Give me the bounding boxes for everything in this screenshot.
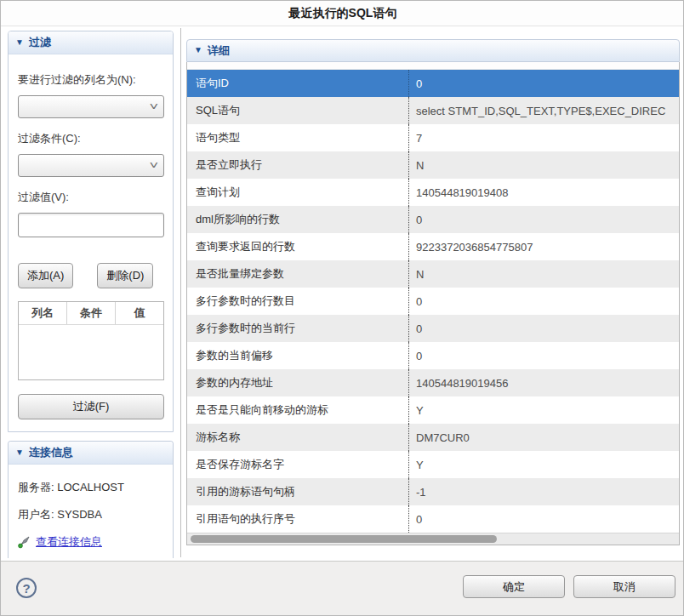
filter-criteria-table-body[interactable] [19,325,163,379]
detail-row-value: Y [409,451,679,478]
detail-row-value: 0 [409,206,679,233]
detail-row[interactable]: 多行参数时的行数目0 [187,288,679,315]
connection-panel-body: 服务器: LOCALHOST 用户名: SYSDBA 查看连接信息 [9,465,173,558]
add-button[interactable]: 添加(A) [18,263,73,288]
detail-row-label: 多行参数时的行数目 [187,288,409,315]
collapse-triangle-icon: ▼ [15,37,24,47]
collapse-triangle-icon: ▼ [15,448,24,457]
detail-row[interactable]: 查询要求返回的行数9223372036854775807 [187,233,679,260]
detail-row-value: 140544819019408 [409,179,679,206]
detail-row[interactable]: 参数的内存地址140544819019456 [187,369,679,396]
filter-value-label: 过滤值(V): [18,190,163,205]
detail-row[interactable]: 是否保存游标名字Y [187,451,679,478]
dialog-title: 最近执行的SQL语句 [1,1,684,26]
filter-panel-body: 要进行过滤的列名为(N): ˅ 过滤条件(C): ˅ 过滤值(V): 添加(A)… [9,54,173,431]
detail-row-value: 0 [409,288,679,315]
detail-row-label: 游标名称 [187,424,409,451]
detail-row-value: -1 [409,478,679,505]
detail-row[interactable]: 游标名称DM7CUR0 [187,424,679,451]
detail-area: ▼ 详细 语句ID0SQL语句select STMT_ID,SQL_TEXT,T… [186,39,680,545]
cancel-button[interactable]: 取消 [573,575,675,598]
detail-row[interactable]: dml所影响的行数0 [187,206,679,233]
detail-row-value: 140544819019456 [409,369,679,396]
detail-panel-title: 详细 [208,43,230,59]
filter-criteria-table[interactable]: 列名 条件 值 [18,301,164,380]
view-connection-row: 查看连接信息 [18,534,163,550]
detail-row-label: 是否保存游标名字 [187,451,409,478]
detail-row-label: 语句ID [187,70,409,97]
detail-row[interactable]: SQL语句select STMT_ID,SQL_TEXT,TYPE$,EXEC_… [187,97,679,124]
server-info: 服务器: LOCALHOST [18,480,163,495]
column-name-header: 列名 [19,302,67,324]
detail-panel: ▼ 详细 语句ID0SQL语句select STMT_ID,SQL_TEXT,T… [186,39,680,545]
value-header: 值 [116,302,163,324]
connection-panel-header[interactable]: ▼ 连接信息 [9,442,173,465]
detail-row-value: DM7CUR0 [409,424,679,451]
detail-row-label: 是否立即执行 [187,151,409,179]
filter-add-delete-row: 添加(A) 删除(D) [18,263,163,288]
detail-row[interactable]: 是否是只能向前移动的游标Y [187,396,679,424]
connection-panel: ▼ 连接信息 服务器: LOCALHOST 用户名: SYSDBA 查看连接信息 [8,441,174,558]
detail-row-value: select STMT_ID,SQL_TEXT,TYPE$,EXEC_DIREC [409,97,679,124]
collapse-triangle-icon: ▼ [194,45,202,54]
detail-row-value: Y [409,396,679,424]
filter-column-select[interactable]: ˅ [18,95,164,118]
connection-icon [18,535,31,549]
detail-row-label: 是否批量绑定参数 [187,260,409,288]
detail-row[interactable]: 是否立即执行N [187,151,679,179]
detail-row-label: 参数的当前偏移 [187,342,409,369]
detail-row-value: N [409,260,679,288]
filter-condition-label: 过滤条件(C): [18,131,163,146]
ok-button[interactable]: 确定 [463,575,565,598]
view-connection-link[interactable]: 查看连接信息 [36,534,102,550]
detail-table-column-header [187,62,679,70]
filter-criteria-table-header: 列名 条件 值 [19,302,163,325]
filter-panel: ▼ 过滤 要进行过滤的列名为(N): ˅ 过滤条件(C): ˅ 过滤值(V): … [8,31,174,432]
detail-row-value: 0 [409,70,679,97]
filter-panel-header[interactable]: ▼ 过滤 [9,31,173,54]
detail-row-value: 0 [409,315,679,342]
detail-row-label: SQL语句 [187,97,409,124]
detail-row[interactable]: 语句ID0 [187,70,679,97]
help-icon[interactable]: ? [16,578,37,598]
condition-header: 条件 [67,302,116,324]
detail-table: 语句ID0SQL语句select STMT_ID,SQL_TEXT,TYPE$,… [186,62,680,545]
detail-row[interactable]: 是否批量绑定参数N [187,260,679,288]
horizontal-scrollbar[interactable] [187,533,679,545]
detail-row-label: 引用语句的执行序号 [187,505,409,533]
filter-panel-title: 过滤 [29,35,51,50]
filter-value-input[interactable] [18,213,164,237]
horizontal-scrollbar-thumb[interactable] [191,535,497,543]
detail-row-value: N [409,151,679,179]
panel-resize-sash[interactable] [180,28,181,557]
detail-row-label: 多行参数时的当前行 [187,315,409,342]
detail-row[interactable]: 引用语句的执行序号0 [187,505,679,533]
detail-row-label: 语句类型 [187,124,409,151]
filter-column-label: 要进行过滤的列名为(N): [18,72,163,88]
user-info: 用户名: SYSDBA [18,507,163,522]
detail-row[interactable]: 查询计划140544819019408 [187,179,679,206]
detail-row-value: 9223372036854775807 [409,233,679,260]
detail-row-label: dml所影响的行数 [187,206,409,233]
detail-row-label: 是否是只能向前移动的游标 [187,396,409,424]
detail-row-label: 引用的游标语句句柄 [187,478,409,505]
detail-row-value: 0 [409,342,679,369]
detail-row[interactable]: 语句类型7 [187,124,679,151]
detail-row-label: 查询要求返回的行数 [187,233,409,260]
detail-panel-header[interactable]: ▼ 详细 [186,39,680,62]
detail-row-value: 0 [409,505,679,533]
filter-condition-select[interactable]: ˅ [18,154,164,177]
detail-table-body: 语句ID0SQL语句select STMT_ID,SQL_TEXT,TYPE$,… [187,70,679,533]
chevron-down-icon: ˅ [150,101,159,112]
detail-row[interactable]: 参数的当前偏移0 [187,342,679,369]
chevron-down-icon: ˅ [150,160,159,171]
detail-row-label: 查询计划 [187,179,409,206]
detail-row-value: 7 [409,124,679,151]
filter-button[interactable]: 过滤(F) [18,394,164,419]
recent-sql-dialog: 最近执行的SQL语句 ▼ 过滤 要进行过滤的列名为(N): ˅ 过滤条件(C):… [0,0,684,616]
detail-row[interactable]: 引用的游标语句句柄-1 [187,478,679,505]
connection-panel-title: 连接信息 [29,445,73,460]
detail-row[interactable]: 多行参数时的当前行0 [187,315,679,342]
delete-button[interactable]: 删除(D) [97,263,153,288]
detail-row-label: 参数的内存地址 [187,369,409,396]
